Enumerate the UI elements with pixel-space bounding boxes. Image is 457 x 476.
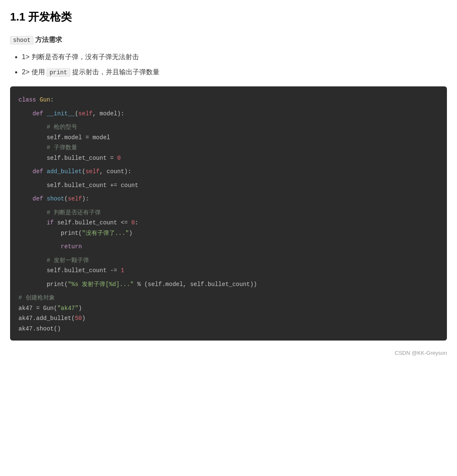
code-line-2: def __init__(self, model): xyxy=(18,109,439,119)
method-suffix: 方法需求 xyxy=(34,36,62,43)
code-line-6: self.bullet_count = 0 xyxy=(18,153,439,164)
code-line-19: ak47.add_bullet(50) xyxy=(18,313,439,324)
requirements-list: 1> 判断是否有子弹，没有子弹无法射击 2> 使用 print 提示射击，并且输… xyxy=(10,52,447,77)
code-line-10: # 判断是否还有子弹 xyxy=(18,208,439,218)
code-line-14: # 发射一颗子弹 xyxy=(18,255,439,266)
code-line-16: print("%s 发射子弹[%d]..." % (self.model, se… xyxy=(18,279,439,290)
code-line-4: self.model = model xyxy=(18,133,439,143)
code-line-8: self.bullet_count += count xyxy=(18,180,439,191)
code-line-15: self.bullet_count -= 1 xyxy=(18,265,439,276)
code-line-20: ak47.shoot() xyxy=(18,324,439,334)
code-line-3: # 枪的型号 xyxy=(18,122,439,133)
method-description: shoot 方法需求 xyxy=(10,34,447,45)
code-line-5: # 子弹数量 xyxy=(18,143,439,153)
code-line-1: class Gun: xyxy=(18,95,439,105)
page-title: 1.1 开发枪类 xyxy=(10,8,447,26)
print-inline-code: print xyxy=(47,68,70,77)
method-name-badge: shoot xyxy=(10,36,34,44)
code-line-12: print("没有子弹了...") xyxy=(18,228,439,239)
code-block: class Gun: def __init__(self, model): # … xyxy=(10,86,447,341)
credit-label: CSDN @KK-Greyson xyxy=(10,349,447,358)
code-line-11: if self.bullet_count <= 0: xyxy=(18,218,439,228)
code-line-13: return xyxy=(18,242,439,252)
code-line-18: ak47 = Gun("ak47") xyxy=(18,303,439,314)
list-item-2: 2> 使用 print 提示射击，并且输出子弹数量 xyxy=(22,67,447,78)
code-line-9: def shoot(self): xyxy=(18,194,439,204)
code-line-17: # 创建枪对象 xyxy=(18,293,439,303)
list-item-1: 1> 判断是否有子弹，没有子弹无法射击 xyxy=(22,52,447,62)
code-line-7: def add_bullet(self, count): xyxy=(18,166,439,177)
